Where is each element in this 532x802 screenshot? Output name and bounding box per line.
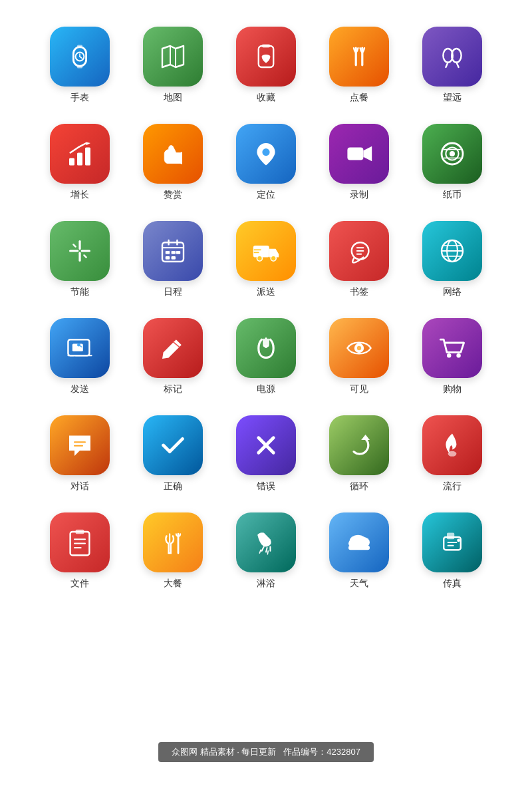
icon-item-watch[interactable]: 手表: [40, 27, 120, 104]
svg-line-85: [262, 546, 264, 550]
icon-item-record[interactable]: 录制: [319, 124, 399, 201]
icon-label-record: 录制: [350, 189, 368, 201]
icon-box-schedule: [143, 221, 203, 281]
icon-item-visible[interactable]: 可见: [319, 318, 399, 395]
icon-box-network: [422, 221, 482, 281]
icon-item-popular[interactable]: 流行: [412, 415, 492, 493]
icon-label-like: 赞赏: [164, 189, 182, 201]
svg-line-16: [446, 63, 448, 67]
icon-item-weather[interactable]: 天气: [319, 512, 399, 590]
icon-label-visible: 可见: [350, 383, 368, 395]
icon-item-power[interactable]: 电源: [226, 318, 306, 395]
icon-label-cash: 纸币: [443, 189, 462, 201]
icon-item-energy[interactable]: 节能: [40, 221, 120, 298]
svg-line-17: [456, 63, 458, 67]
svg-rect-44: [166, 256, 170, 260]
icon-item-bookmark[interactable]: 书签: [319, 221, 399, 298]
icon-label-file: 文件: [70, 578, 89, 590]
svg-line-86: [266, 548, 267, 552]
watermark: 众图网 精品素材 · 每日更新 作品编号：4232807: [158, 742, 374, 762]
icon-item-telescope[interactable]: 望远: [412, 27, 492, 104]
icon-label-chat: 对话: [70, 481, 89, 493]
icon-item-cash[interactable]: 纸币: [412, 124, 492, 201]
svg-marker-21: [86, 142, 90, 145]
watermark-code: 作品编号：4232807: [283, 747, 360, 757]
icon-label-watch: 手表: [70, 92, 89, 104]
svg-rect-97: [447, 533, 454, 540]
icon-grid: 手表 地图 收藏 点餐 望远 增长 赞赏 定位 录制: [40, 27, 492, 590]
icon-box-location: [236, 124, 296, 184]
icon-item-mark[interactable]: 标记: [133, 318, 213, 395]
svg-point-23: [262, 148, 269, 156]
svg-marker-6: [162, 46, 184, 67]
icon-box-chat: [50, 415, 110, 475]
icon-label-correct: 正确: [164, 481, 182, 493]
icon-label-error: 错误: [257, 481, 275, 493]
svg-rect-5: [77, 65, 82, 69]
icon-box-growth: [50, 124, 110, 184]
icon-label-fax: 传真: [443, 578, 462, 590]
svg-rect-20: [85, 147, 90, 165]
icon-label-cycle: 循环: [350, 481, 368, 493]
icon-item-file[interactable]: 文件: [40, 512, 120, 590]
icon-box-weather: [329, 512, 389, 572]
icon-label-shop: 购物: [443, 383, 462, 395]
icon-item-like[interactable]: 赞赏: [133, 124, 213, 201]
icon-item-map[interactable]: 地图: [133, 27, 213, 104]
icon-label-location: 定位: [257, 189, 275, 201]
svg-rect-19: [77, 152, 82, 165]
icon-box-correct: [143, 415, 203, 475]
icon-box-shower: [236, 512, 296, 572]
icon-item-location[interactable]: 定位: [226, 124, 306, 201]
svg-rect-18: [69, 158, 74, 165]
svg-point-70: [447, 353, 451, 357]
icon-box-energy: [50, 221, 110, 281]
svg-line-36: [84, 255, 86, 257]
icon-label-growth: 增长: [70, 189, 89, 201]
icon-item-cycle[interactable]: 循环: [319, 415, 399, 493]
icon-item-order[interactable]: 点餐: [319, 27, 399, 104]
svg-rect-24: [347, 147, 363, 160]
icon-box-visible: [329, 318, 389, 378]
icon-label-order: 点餐: [350, 92, 368, 104]
icon-box-mark: [143, 318, 203, 378]
icon-item-schedule[interactable]: 日程: [133, 221, 213, 298]
icon-box-popular: [422, 415, 482, 475]
svg-marker-76: [361, 435, 370, 440]
svg-rect-93: [348, 546, 370, 550]
icon-box-fax: [422, 512, 482, 572]
icon-item-shop[interactable]: 购物: [412, 318, 492, 395]
svg-rect-82: [76, 530, 84, 534]
icon-item-network[interactable]: 网络: [412, 221, 492, 298]
icon-item-error[interactable]: 错误: [226, 415, 306, 493]
svg-rect-42: [172, 251, 176, 254]
icon-box-collect: [236, 27, 296, 87]
icon-item-send[interactable]: 发送: [40, 318, 120, 395]
icon-item-correct[interactable]: 正确: [133, 415, 213, 493]
icon-box-telescope: [422, 27, 482, 87]
icon-item-fax[interactable]: 传真: [412, 512, 492, 590]
icon-box-like: [143, 124, 203, 184]
svg-point-48: [271, 256, 276, 261]
icon-label-send: 发送: [70, 383, 89, 395]
icon-box-map: [143, 27, 203, 87]
icon-box-power: [236, 318, 296, 378]
icon-item-growth[interactable]: 增长: [40, 124, 120, 201]
icon-item-chat[interactable]: 对话: [40, 415, 120, 493]
watermark-site: 众图网: [172, 747, 198, 757]
icon-item-feast[interactable]: 大餐: [133, 512, 213, 590]
svg-line-89: [267, 551, 268, 554]
icon-item-shower[interactable]: 淋浴: [226, 512, 306, 590]
svg-line-3: [80, 57, 82, 58]
icon-item-collect[interactable]: 收藏: [226, 27, 306, 104]
svg-marker-25: [363, 146, 372, 161]
icon-box-record: [329, 124, 389, 184]
svg-line-88: [259, 550, 261, 553]
icon-item-delivery[interactable]: 派送: [226, 221, 306, 298]
svg-point-69: [357, 346, 361, 350]
icon-box-order: [329, 27, 389, 87]
icon-box-bookmark: [329, 221, 389, 281]
svg-rect-43: [176, 251, 180, 254]
icon-box-shop: [422, 318, 482, 378]
icon-label-popular: 流行: [443, 481, 462, 493]
